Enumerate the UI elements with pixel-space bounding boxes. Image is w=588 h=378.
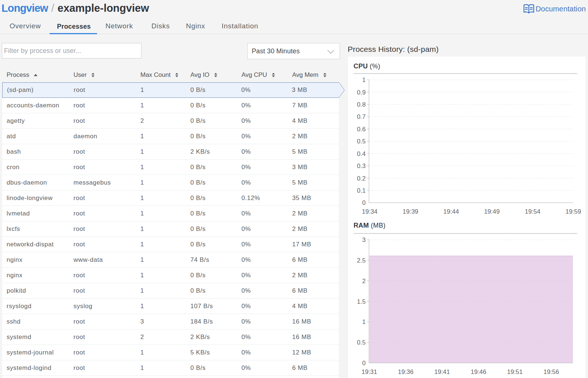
svg-text:3: 3 xyxy=(362,236,366,243)
svg-text:19:54: 19:54 xyxy=(525,208,541,215)
svg-text:19:39: 19:39 xyxy=(403,208,419,215)
svg-text:19:31: 19:31 xyxy=(362,368,377,375)
svg-text:19:41: 19:41 xyxy=(434,368,450,375)
svg-text:19:49: 19:49 xyxy=(484,208,500,215)
svg-text:0.5: 0.5 xyxy=(357,339,366,346)
svg-text:0.3: 0.3 xyxy=(357,163,366,170)
svg-text:19:59: 19:59 xyxy=(566,208,581,215)
svg-text:0.9: 0.9 xyxy=(357,89,366,96)
svg-text:0.5: 0.5 xyxy=(357,138,366,145)
svg-text:19:36: 19:36 xyxy=(398,368,414,375)
svg-text:0.2: 0.2 xyxy=(357,175,366,182)
svg-text:19:56: 19:56 xyxy=(544,368,559,375)
svg-text:0.1: 0.1 xyxy=(357,187,366,194)
svg-text:1.5: 1.5 xyxy=(357,298,366,305)
svg-text:0.8: 0.8 xyxy=(357,101,366,108)
svg-text:19:34: 19:34 xyxy=(362,208,378,215)
svg-text:0.6: 0.6 xyxy=(357,126,366,133)
svg-text:19:51: 19:51 xyxy=(507,368,523,375)
svg-text:0: 0 xyxy=(362,199,366,206)
svg-text:1: 1 xyxy=(362,76,366,83)
svg-text:2.5: 2.5 xyxy=(357,257,366,264)
svg-text:1: 1 xyxy=(362,318,366,325)
svg-text:0.4: 0.4 xyxy=(357,150,366,157)
svg-text:0: 0 xyxy=(362,360,366,367)
svg-text:19:44: 19:44 xyxy=(443,208,459,215)
svg-text:0.7: 0.7 xyxy=(357,113,366,120)
svg-text:19:46: 19:46 xyxy=(471,368,487,375)
svg-text:2: 2 xyxy=(362,278,366,285)
